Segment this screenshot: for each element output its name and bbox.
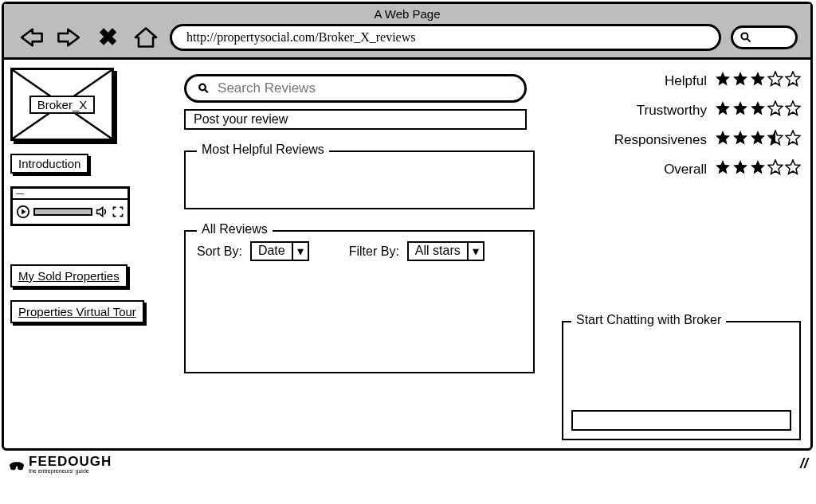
stop-x-icon[interactable]: ✖	[93, 25, 122, 49]
rating-stars	[715, 71, 801, 91]
play-icon[interactable]	[16, 205, 30, 219]
url-input[interactable]	[185, 29, 706, 45]
svg-point-7	[199, 84, 206, 91]
svg-marker-29	[768, 160, 783, 174]
sidebar: Broker_X Introduction — My Sold Properti…	[10, 68, 178, 440]
svg-marker-25	[786, 131, 800, 145]
svg-line-8	[205, 90, 208, 93]
rating-row: Helpful	[665, 71, 801, 91]
star-empty-icon	[767, 100, 783, 120]
star-filled-icon	[715, 71, 731, 91]
svg-marker-21	[751, 131, 765, 145]
star-empty-icon	[767, 71, 783, 91]
sort-by-select[interactable]: Date ▾	[250, 241, 309, 261]
search-reviews-field[interactable]	[184, 74, 527, 103]
resize-grip-icon: //	[800, 455, 808, 472]
rating-row: Trustworthy	[637, 100, 801, 120]
back-arrow-icon[interactable]	[17, 25, 45, 49]
svg-marker-13	[786, 72, 800, 86]
svg-marker-20	[733, 131, 747, 145]
svg-point-31	[10, 464, 16, 470]
right-column: HelpfulTrustworthyResponsivenesOverall S…	[562, 68, 801, 440]
star-empty-icon	[785, 100, 801, 120]
post-review-label: Post your review	[194, 112, 288, 126]
rating-stars	[715, 130, 801, 150]
fullscreen-icon[interactable]	[112, 205, 124, 218]
virtual-tour-link[interactable]: Properties Virtual Tour	[10, 300, 144, 323]
all-reviews-section: All Reviews Sort By: Date ▾ Filter By: A…	[184, 230, 535, 373]
svg-marker-5	[22, 209, 26, 214]
sort-by-value: Date	[252, 243, 292, 260]
most-helpful-legend: Most Helpful Reviews	[197, 143, 329, 157]
svg-marker-30	[786, 160, 800, 174]
star-filled-icon	[732, 100, 748, 120]
star-filled-icon	[732, 71, 748, 91]
chevron-down-icon: ▾	[292, 243, 308, 260]
svg-marker-12	[768, 72, 783, 86]
svg-marker-27	[733, 160, 747, 174]
url-bar[interactable]	[170, 24, 721, 51]
star-filled-icon	[750, 159, 766, 179]
chat-section: Start Chatting with Broker	[562, 321, 801, 440]
glasses-icon	[8, 457, 26, 471]
rating-row: Overall	[664, 159, 801, 179]
star-half-icon	[767, 130, 783, 150]
rating-label: Trustworthy	[637, 103, 707, 119]
home-icon[interactable]	[131, 25, 160, 49]
svg-marker-19	[716, 131, 730, 145]
svg-marker-9	[716, 72, 730, 86]
chat-legend: Start Chatting with Broker	[571, 313, 726, 327]
search-reviews-input[interactable]	[216, 80, 513, 97]
all-reviews-legend: All Reviews	[197, 222, 273, 236]
volume-icon[interactable]	[96, 205, 108, 218]
star-filled-icon	[732, 130, 748, 150]
star-empty-icon	[767, 159, 783, 179]
filter-by-value: All stars	[409, 243, 467, 260]
star-filled-icon	[715, 100, 731, 120]
window-title: A Web Page	[4, 6, 810, 24]
forward-arrow-icon[interactable]	[55, 25, 84, 49]
svg-line-1	[747, 39, 751, 42]
browser-search-pill[interactable]	[731, 25, 798, 49]
introduction-button[interactable]: Introduction	[10, 154, 88, 174]
sort-by-label: Sort By:	[197, 244, 242, 259]
svg-marker-18	[786, 101, 800, 115]
filter-by-select[interactable]: All stars ▾	[407, 241, 484, 261]
broker-image-label: Broker_X	[29, 96, 96, 114]
my-sold-properties-link[interactable]: My Sold Properties	[10, 264, 128, 287]
footer-brand: FEEDOUGH the entrepreneurs' guide	[8, 454, 112, 474]
main-column: Post your review Most Helpful Reviews Al…	[184, 68, 555, 440]
svg-marker-26	[716, 160, 730, 174]
svg-marker-11	[751, 72, 765, 86]
footer-brand-text: FEEDOUGH	[29, 454, 112, 469]
search-icon	[198, 82, 210, 95]
page-footer: FEEDOUGH the entrepreneurs' guide //	[0, 452, 816, 477]
star-empty-icon	[785, 159, 801, 179]
rating-label: Responsivenes	[614, 132, 707, 148]
rating-stars	[715, 100, 801, 120]
star-filled-icon	[750, 130, 766, 150]
media-player-widget[interactable]: —	[10, 186, 130, 226]
ratings-panel: HelpfulTrustworthyResponsivenesOverall	[562, 71, 801, 179]
star-filled-icon	[715, 130, 731, 150]
svg-marker-14	[716, 101, 730, 115]
search-icon	[740, 31, 752, 44]
star-empty-icon	[785, 130, 801, 150]
star-empty-icon	[785, 71, 801, 91]
chevron-down-icon: ▾	[467, 243, 483, 260]
rating-label: Overall	[664, 162, 707, 178]
star-filled-icon	[732, 159, 748, 179]
broker-image-placeholder: Broker_X	[10, 68, 114, 141]
rating-row: Responsivenes	[614, 130, 801, 150]
media-progress-bar[interactable]	[33, 208, 92, 216]
browser-chrome: A Web Page ✖	[4, 4, 810, 60]
browser-window: A Web Page ✖	[2, 2, 813, 451]
svg-marker-16	[751, 101, 765, 115]
chat-input[interactable]	[571, 410, 791, 431]
svg-point-32	[18, 464, 23, 470]
filter-by-label: Filter By:	[349, 244, 399, 259]
svg-marker-6	[97, 207, 103, 216]
svg-marker-15	[733, 101, 747, 115]
page-content: Broker_X Introduction — My Sold Properti…	[4, 60, 810, 448]
post-review-button[interactable]: Post your review	[184, 109, 527, 130]
